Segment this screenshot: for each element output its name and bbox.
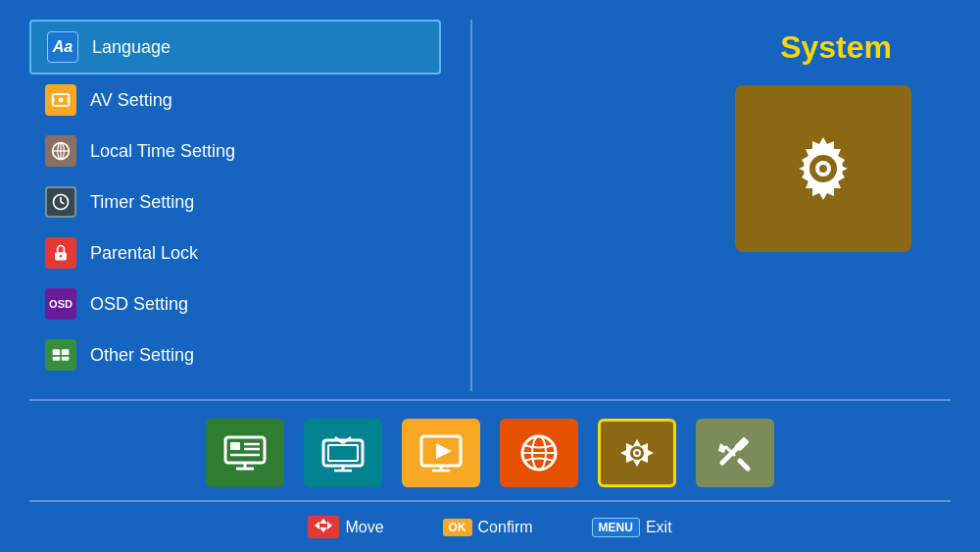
osd-icon: OSD — [45, 288, 76, 320]
lock-icon — [45, 237, 76, 269]
menu-label-av: AV Setting — [90, 90, 172, 111]
vertical-divider — [470, 20, 472, 391]
other-icon — [45, 339, 76, 371]
status-menu: MENU Exit — [592, 518, 672, 537]
menu-item-osd[interactable]: OSD OSD Setting — [29, 278, 441, 329]
nav-icon-internet[interactable] — [500, 419, 578, 487]
svg-point-19 — [819, 165, 827, 173]
av-svg — [51, 90, 71, 110]
status-bar: Move OK Confirm MENU Exit — [29, 510, 951, 542]
menu-label-other: Other Setting — [90, 345, 194, 366]
language-icon: Aa — [47, 31, 78, 63]
nav-icon-system[interactable] — [598, 419, 676, 487]
move-icon — [314, 518, 333, 533]
globe-svg — [51, 141, 71, 161]
menu-label-local-time: Local Time Setting — [90, 141, 235, 162]
svg-rect-16 — [62, 357, 70, 361]
ok-badge: OK — [443, 519, 472, 536]
svg-rect-13 — [53, 349, 61, 355]
nav-icon-tools[interactable] — [696, 419, 774, 487]
menu-panel: Aa Language AV Setting — [29, 20, 441, 391]
ok-label: Confirm — [478, 519, 533, 536]
menu-label-parental: Parental Lock — [90, 243, 198, 264]
svg-rect-28 — [328, 445, 358, 461]
system-title: System — [780, 29, 892, 66]
menu-item-local-time[interactable]: Local Time Setting — [29, 125, 441, 176]
menu-item-parental[interactable]: Parental Lock — [29, 227, 441, 278]
nav-icon-tv[interactable] — [304, 419, 382, 487]
timer-icon — [45, 186, 76, 218]
svg-rect-15 — [53, 357, 61, 361]
nav-settings-svg — [222, 433, 268, 473]
svg-rect-2 — [52, 98, 55, 103]
status-divider — [29, 500, 951, 502]
svg-point-42 — [635, 451, 639, 455]
svg-point-12 — [60, 255, 63, 258]
nav-media-svg — [418, 433, 464, 473]
nav-icon-media[interactable] — [402, 419, 480, 487]
menu-label-language: Language — [92, 37, 171, 58]
status-ok: OK Confirm — [443, 519, 533, 536]
svg-rect-3 — [68, 98, 71, 103]
nav-icon-settings[interactable] — [206, 419, 284, 487]
av-icon — [45, 84, 76, 116]
clock-svg — [51, 192, 71, 212]
menu-badge: MENU — [592, 518, 640, 537]
divider-line — [29, 399, 951, 401]
nav-tv-svg — [320, 433, 366, 473]
svg-rect-14 — [62, 349, 70, 355]
system-gear-icon — [774, 120, 872, 218]
svg-marker-50 — [327, 522, 332, 529]
svg-rect-21 — [230, 442, 240, 450]
bottom-nav — [29, 409, 951, 492]
nav-internet-svg — [516, 433, 562, 473]
svg-marker-49 — [315, 522, 319, 529]
svg-point-1 — [59, 98, 64, 103]
status-move: Move — [308, 516, 383, 538]
menu-item-av-setting[interactable]: AV Setting — [29, 75, 441, 125]
svg-marker-48 — [319, 527, 327, 532]
svg-line-10 — [61, 202, 64, 204]
menu-item-timer[interactable]: Timer Setting — [29, 176, 441, 227]
menu-label: Exit — [646, 519, 672, 536]
menu-item-other[interactable]: Other Setting — [29, 329, 441, 380]
other-svg — [51, 345, 71, 365]
svg-marker-34 — [436, 443, 452, 459]
nav-system-svg — [614, 433, 660, 473]
time-icon — [45, 135, 76, 167]
nav-tools-svg — [712, 433, 758, 473]
move-label: Move — [345, 519, 383, 536]
right-panel: System — [502, 20, 951, 391]
move-badge — [308, 516, 339, 538]
svg-line-45 — [740, 461, 748, 469]
menu-label-timer: Timer Setting — [90, 192, 194, 213]
system-icon-box — [735, 85, 911, 252]
lock-svg — [51, 243, 71, 263]
main-container: Aa Language AV Setting — [0, 0, 980, 552]
content-area: Aa Language AV Setting — [29, 20, 951, 391]
svg-marker-47 — [319, 519, 327, 524]
menu-item-language[interactable]: Aa Language — [29, 20, 441, 75]
menu-label-osd: OSD Setting — [90, 294, 188, 315]
